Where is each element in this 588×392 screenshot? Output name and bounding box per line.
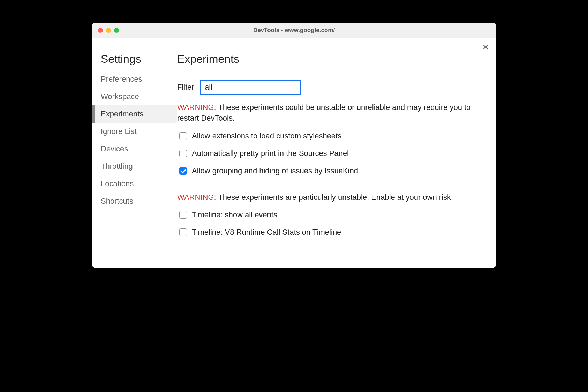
experiment-checkbox[interactable] — [179, 167, 187, 175]
sidebar-item-label: Ignore List — [101, 127, 137, 136]
sidebar-item-label: Experiments — [101, 110, 143, 118]
page-title: Experiments — [177, 53, 486, 71]
experiment-checkbox[interactable] — [179, 211, 187, 219]
minimize-window-button[interactable] — [106, 28, 111, 33]
experiment-label: Automatically pretty print in the Source… — [192, 149, 349, 158]
experiment-checkbox[interactable] — [179, 150, 187, 157]
filter-input[interactable] — [200, 80, 301, 95]
filter-label: Filter — [177, 83, 194, 92]
experiment-row: Automatically pretty print in the Source… — [179, 149, 486, 158]
titlebar: DevTools - www.google.com/ — [92, 23, 496, 38]
sidebar-item-label: Shortcuts — [101, 197, 133, 205]
sidebar-item-label: Preferences — [101, 75, 142, 83]
experiment-row: Timeline: V8 Runtime Call Stats on Timel… — [179, 228, 486, 237]
warning-text: These experiments could be unstable or u… — [177, 103, 470, 122]
main-panel: Experiments Filter WARNING: These experi… — [177, 38, 496, 268]
sidebar-item-label: Throttling — [101, 162, 133, 171]
sidebar-item-preferences[interactable]: Preferences — [92, 70, 177, 88]
warning-text: These experiments are particularly unsta… — [216, 193, 453, 202]
experiment-label: Allow extensions to load custom styleshe… — [192, 131, 341, 141]
experiment-row: Timeline: show all events — [179, 210, 486, 219]
sidebar-item-label: Devices — [101, 144, 128, 153]
sidebar-item-devices[interactable]: Devices — [92, 140, 177, 158]
warning-unstable: WARNING: These experiments could be unst… — [177, 102, 486, 124]
window-title: DevTools - www.google.com/ — [92, 27, 496, 34]
sidebar-item-label: Locations — [101, 179, 134, 188]
filter-row: Filter — [177, 80, 486, 95]
experiment-row: Allow grouping and hiding of issues by I… — [179, 166, 486, 175]
sidebar-item-workspace[interactable]: Workspace — [92, 88, 177, 105]
sidebar: Settings Preferences Workspace Experimen… — [92, 38, 177, 268]
close-icon[interactable]: ✕ — [482, 44, 489, 51]
devtools-window: DevTools - www.google.com/ ✕ Settings Pr… — [92, 23, 496, 268]
warning-label: WARNING: — [177, 103, 216, 112]
sidebar-item-shortcuts[interactable]: Shortcuts — [92, 193, 177, 210]
experiment-checkbox[interactable] — [179, 228, 187, 236]
experiment-label: Timeline: V8 Runtime Call Stats on Timel… — [192, 228, 341, 237]
experiment-row: Allow extensions to load custom styleshe… — [179, 131, 486, 141]
sidebar-item-experiments[interactable]: Experiments — [92, 105, 177, 123]
experiment-label: Allow grouping and hiding of issues by I… — [192, 166, 358, 175]
warning-label: WARNING: — [177, 193, 216, 202]
experiment-label: Timeline: show all events — [192, 210, 277, 219]
experiment-checkbox[interactable] — [179, 132, 187, 140]
close-window-button[interactable] — [98, 28, 103, 33]
sidebar-title: Settings — [92, 53, 177, 70]
warning-particularly-unstable: WARNING: These experiments are particula… — [177, 192, 486, 203]
traffic-lights — [92, 28, 119, 33]
sidebar-item-label: Workspace — [101, 92, 139, 101]
sidebar-item-locations[interactable]: Locations — [92, 175, 177, 193]
sidebar-item-ignore-list[interactable]: Ignore List — [92, 123, 177, 140]
sidebar-item-throttling[interactable]: Throttling — [92, 158, 177, 175]
maximize-window-button[interactable] — [114, 28, 119, 33]
content-area: ✕ Settings Preferences Workspace Experim… — [92, 38, 496, 268]
